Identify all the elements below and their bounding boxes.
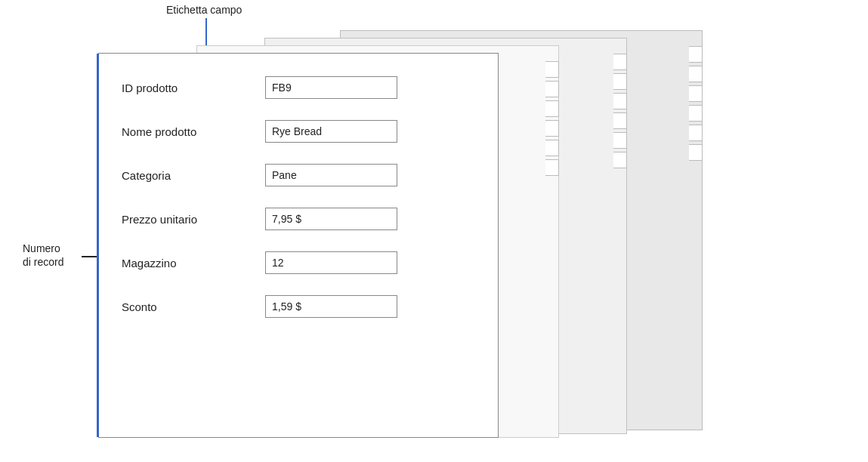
record-number-line [97,54,99,437]
numero-di-record-label: Numero di record [23,242,63,269]
form-fields: ID prodotto Nome prodotto Categoria Prez… [99,54,498,354]
input-sconto[interactable] [265,295,397,318]
input-categoria[interactable] [265,164,397,186]
side-tab [689,125,703,141]
side-tab [545,61,559,78]
side-tabs-2 [613,54,627,168]
side-tab [545,120,559,137]
side-tab [689,85,703,102]
label-magazzino: Magazzino [122,257,265,270]
input-magazzino[interactable] [265,251,397,274]
side-tab [613,152,627,168]
input-prezzo-unitario[interactable] [265,208,397,230]
main-form-card: ID prodotto Nome prodotto Categoria Prez… [98,53,499,438]
side-tab [613,54,627,70]
etichetta-campo-label: Etichetta campo [166,4,242,16]
label-sconto: Sconto [122,300,265,313]
label-categoria: Categoria [122,169,265,182]
form-row-prezzo-unitario: Prezzo unitario [122,208,475,230]
side-tab [613,93,627,109]
form-row-sconto: Sconto [122,295,475,318]
form-row-categoria: Categoria [122,164,475,186]
side-tab [545,140,559,156]
side-tab [689,46,703,63]
side-tab [545,81,559,97]
side-tab [689,144,703,161]
input-nome-prodotto[interactable] [265,120,397,143]
form-row-magazzino: Magazzino [122,251,475,274]
side-tab [545,100,559,117]
form-row-nome-prodotto: Nome prodotto [122,120,475,143]
side-tab [613,73,627,90]
side-tabs-3 [689,46,703,161]
side-tab [689,66,703,82]
label-prezzo-unitario: Prezzo unitario [122,213,265,226]
form-row-id-prodotto: ID prodotto [122,76,475,99]
side-tab [689,105,703,122]
label-id-prodotto: ID prodotto [122,82,265,94]
database-scene: ID prodotto Nome prodotto Categoria Prez… [98,30,718,438]
input-id-prodotto[interactable] [265,76,397,99]
label-nome-prodotto: Nome prodotto [122,125,265,138]
side-tab [545,159,559,176]
side-tab [613,112,627,129]
side-tab [613,132,627,149]
side-tabs-1 [545,61,559,176]
